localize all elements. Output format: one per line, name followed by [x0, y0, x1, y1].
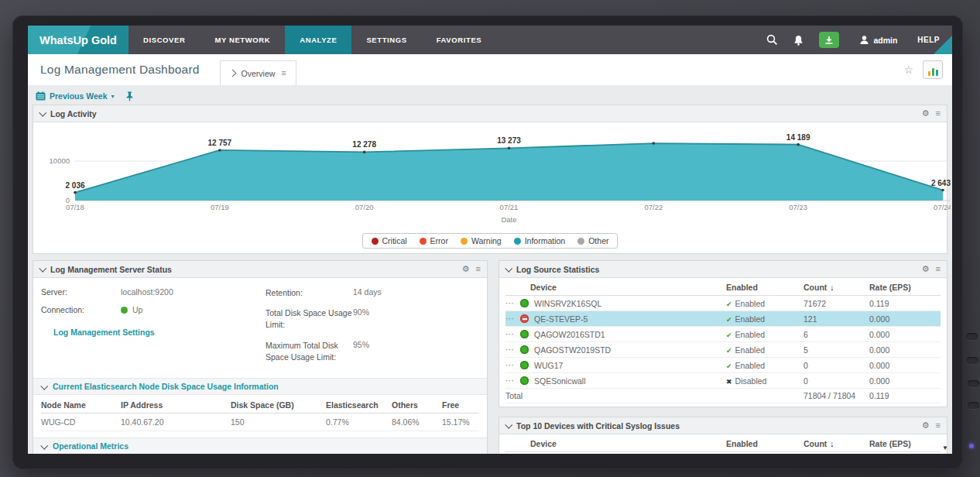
chart-view-button[interactable] — [923, 60, 943, 79]
gear-icon[interactable]: ⚙ — [922, 108, 930, 118]
check-icon: ✔ — [726, 347, 732, 355]
legend-item-error[interactable]: Error — [420, 236, 448, 245]
data-point-label: 2 643 — [931, 179, 951, 187]
collapse-chevron-icon[interactable] — [40, 441, 48, 449]
legend-item-information[interactable]: Information — [514, 236, 566, 245]
data-point[interactable] — [797, 143, 800, 146]
row-actions-menu[interactable]: ⋯ — [505, 376, 515, 386]
legend-item-critical[interactable]: Critical — [372, 236, 407, 245]
nav-item-settings[interactable]: SETTINGS — [351, 26, 421, 54]
enabled-value: Enabled — [735, 330, 766, 339]
panel-log-source-statistics: Log Source Statistics ⚙ ≡ DeviceEnabledC… — [499, 260, 947, 407]
page-title: Log Management Dashboard — [40, 63, 200, 77]
download-button[interactable] — [819, 32, 839, 48]
scroll-down-arrow[interactable]: ▼ — [942, 444, 948, 451]
application-window: WhatsUp Gold DISCOVERMY NETWORKANALYZESE… — [28, 26, 952, 454]
panel-menu-icon[interactable]: ≡ — [476, 265, 481, 273]
panel-header-log-source: Log Source Statistics ⚙ ≡ — [499, 261, 947, 278]
column-header-count[interactable]: Count↓ — [804, 436, 869, 452]
sort-descending-icon[interactable]: ↓ — [830, 283, 834, 292]
nav-item-favorites[interactable]: FAVORITES — [422, 26, 497, 54]
data-point[interactable] — [653, 142, 656, 145]
nav-item-analyze[interactable]: ANALYZE — [285, 26, 351, 54]
x-tick-label: 07/21 — [500, 203, 519, 211]
device-row[interactable]: ⋯QAGOSTW2019STD✔Enabled50.000 — [505, 342, 941, 358]
navbar-right: admin HELP — [759, 26, 952, 54]
table-row: WUG-CD10.40.67.201500.77%84.06%15.17% — [41, 414, 479, 431]
notifications-button[interactable] — [785, 26, 811, 54]
brand-logo[interactable]: WhatsUp Gold — [28, 26, 128, 54]
nav-item-discover[interactable]: DISCOVER — [128, 26, 200, 54]
total-rate: 0.119 — [869, 389, 941, 403]
table-cell: 84.06% — [392, 414, 442, 431]
nav-item-my-network[interactable]: MY NETWORK — [200, 26, 285, 54]
row-actions-menu[interactable]: ⋯ — [505, 360, 515, 370]
gear-icon[interactable]: ⚙ — [922, 264, 930, 274]
legend-item-warning[interactable]: Warning — [461, 236, 502, 245]
tab-menu-icon[interactable]: ≡ — [281, 69, 286, 77]
legend-item-other[interactable]: Other — [577, 236, 608, 245]
status-up-dot — [121, 307, 128, 314]
table-header-row: Node NameIP AddressDisk Space (GB)Elasti… — [41, 396, 479, 414]
data-point[interactable] — [218, 149, 221, 152]
data-point[interactable] — [363, 151, 366, 154]
column-header-enabled[interactable]: Enabled — [726, 280, 804, 296]
search-icon — [766, 34, 778, 46]
collapse-chevron-icon[interactable] — [40, 382, 48, 389]
column-header-rate[interactable]: Rate (EPS) — [869, 280, 941, 296]
legend-dot-icon — [372, 238, 379, 245]
panel-menu-icon[interactable]: ≡ — [936, 421, 941, 430]
data-point-label: 14 189 — [786, 133, 810, 142]
device-row[interactable]: ⋯QAGOW2016STD1✔Enabled60.000 — [505, 327, 941, 342]
mini-bar-icon — [936, 70, 938, 76]
panel-header-server-status: Log Management Server Status ⚙ ≡ — [33, 261, 487, 278]
enabled-value: Enabled — [735, 299, 766, 308]
chevron-right-icon — [228, 70, 236, 77]
panel-menu-icon[interactable]: ≡ — [936, 265, 941, 273]
column-header-count[interactable]: Count↓ — [804, 280, 869, 296]
row-actions-menu[interactable]: ⋯ — [505, 345, 515, 355]
log-management-settings-link[interactable]: Log Management Settings — [53, 328, 155, 337]
user-menu[interactable]: admin — [847, 35, 910, 45]
column-header-device[interactable]: Device — [505, 436, 726, 452]
pin-button[interactable] — [125, 91, 134, 101]
panel-menu-icon[interactable]: ≡ — [936, 109, 941, 118]
search-button[interactable] — [759, 26, 785, 54]
collapse-chevron-icon[interactable] — [505, 421, 512, 429]
count-value: 0 — [804, 358, 869, 373]
row-actions-menu[interactable]: ⋯ — [505, 329, 515, 339]
data-point[interactable] — [508, 147, 511, 150]
device-row[interactable]: ⋯QE-STEVEP-5✔Enabled1210.000 — [505, 311, 941, 327]
column-header-enabled[interactable]: Enabled — [726, 436, 804, 452]
data-point[interactable] — [74, 191, 77, 194]
row-actions-menu[interactable]: ⋯ — [505, 314, 515, 324]
sort-descending-icon[interactable]: ↓ — [830, 439, 834, 448]
total-rate: 0.000 — [869, 452, 941, 455]
section-elasticsearch-disk: Current Elasticsearch Node Disk Space Us… — [33, 378, 487, 395]
pin-icon — [125, 91, 134, 101]
log-activity-chart: 0100002 03607/1812 75707/1912 27807/2013… — [33, 122, 947, 231]
tab-overview[interactable]: Overview ≡ — [220, 60, 296, 85]
data-point[interactable] — [941, 189, 944, 192]
log-source-table: DeviceEnabledCount↓Rate (EPS)⋯WINSRV2K16… — [505, 280, 941, 403]
collapse-chevron-icon[interactable] — [39, 265, 46, 273]
device-row[interactable]: ⋯SQESonicwall✖Disabled00.000 — [505, 373, 941, 389]
panel-header-top10: Top 10 Devices with Critical Syslog Issu… — [499, 417, 947, 434]
gear-icon[interactable]: ⚙ — [922, 420, 930, 431]
tab-label: Overview — [242, 69, 276, 78]
row-actions-menu[interactable]: ⋯ — [505, 298, 515, 308]
device-name: WINSRV2K16SQL — [534, 299, 601, 308]
title-bar: Log Management Dashboard Overview ≡ ☆ — [28, 54, 952, 85]
column-header-device[interactable]: Device — [505, 280, 726, 296]
field-maximum-total-disk-space-usage-limit-: Maximum Total Disk Space Usage Limit:95% — [266, 340, 479, 363]
gear-icon[interactable]: ⚙ — [462, 264, 470, 274]
column-header-rate[interactable]: Rate (EPS) — [869, 436, 941, 452]
collapse-chevron-icon[interactable] — [39, 109, 46, 117]
date-range-selector[interactable]: Previous Week ▾ — [36, 91, 115, 101]
device-row[interactable]: ⋯WUG17✔Enabled00.000 — [505, 358, 941, 373]
bell-icon — [793, 35, 804, 46]
section-title: Current Elasticsearch Node Disk Space Us… — [53, 382, 279, 391]
device-row[interactable]: ⋯WINSRV2K16SQL✔Enabled716720.119 — [505, 296, 941, 311]
favorite-star-icon[interactable]: ☆ — [903, 63, 913, 76]
collapse-chevron-icon[interactable] — [505, 265, 512, 273]
